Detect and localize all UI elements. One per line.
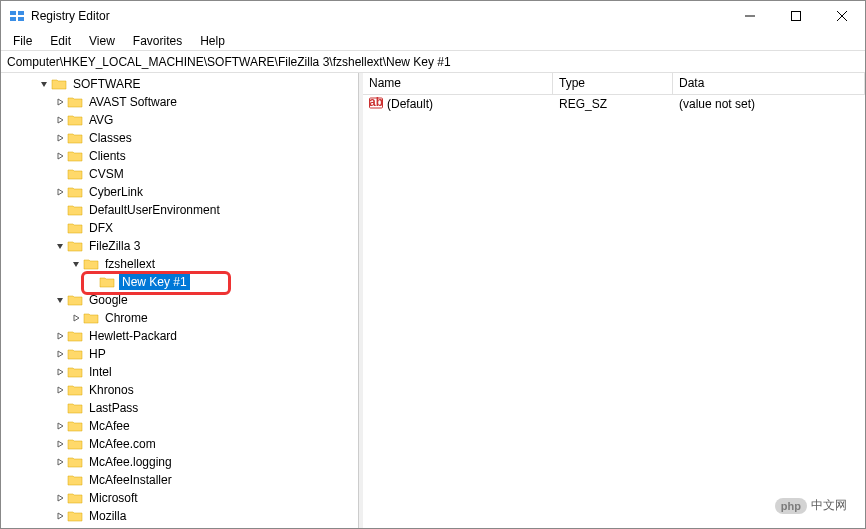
col-header-data[interactable]: Data bbox=[673, 73, 865, 94]
folder-icon bbox=[67, 149, 83, 163]
expand-arrow-icon[interactable] bbox=[53, 185, 67, 199]
tree-item-label: Google bbox=[87, 293, 130, 307]
tree-item[interactable]: Microsoft bbox=[1, 489, 358, 507]
folder-icon bbox=[67, 167, 83, 181]
expand-arrow-icon[interactable] bbox=[53, 131, 67, 145]
expand-arrow-icon[interactable] bbox=[53, 383, 67, 397]
expand-arrow-icon[interactable] bbox=[37, 77, 51, 91]
value-type-cell: REG_SZ bbox=[553, 96, 673, 112]
close-button[interactable] bbox=[819, 1, 865, 31]
folder-icon bbox=[67, 365, 83, 379]
svg-rect-0 bbox=[10, 11, 16, 15]
maximize-button[interactable] bbox=[773, 1, 819, 31]
expand-arrow-icon[interactable] bbox=[69, 311, 83, 325]
tree-item-label: McAfee bbox=[87, 419, 132, 433]
folder-icon bbox=[67, 437, 83, 451]
col-header-type[interactable]: Type bbox=[553, 73, 673, 94]
folder-icon bbox=[67, 491, 83, 505]
tree-item[interactable]: DFX bbox=[1, 219, 358, 237]
tree-item[interactable]: Clients bbox=[1, 147, 358, 165]
expand-arrow-icon[interactable] bbox=[53, 491, 67, 505]
folder-icon bbox=[67, 347, 83, 361]
folder-icon bbox=[67, 419, 83, 433]
tree-item-filezilla[interactable]: FileZilla 3 bbox=[1, 237, 358, 255]
tree-item-label: FileZilla 3 bbox=[87, 239, 142, 253]
expand-arrow-icon bbox=[53, 167, 67, 181]
menu-edit[interactable]: Edit bbox=[42, 32, 79, 50]
menu-view[interactable]: View bbox=[81, 32, 123, 50]
menu-favorites[interactable]: Favorites bbox=[125, 32, 190, 50]
tree-item[interactable]: Khronos bbox=[1, 381, 358, 399]
tree-item[interactable]: CVSM bbox=[1, 165, 358, 183]
tree-item-label: Microsoft bbox=[87, 491, 140, 505]
folder-icon bbox=[83, 311, 99, 325]
tree-item-software[interactable]: SOFTWARE bbox=[1, 75, 358, 93]
value-name-cell: ab(Default) bbox=[363, 95, 553, 114]
folder-icon bbox=[67, 239, 83, 253]
folder-icon bbox=[67, 473, 83, 487]
tree-item-newkey[interactable]: New Key #1 bbox=[1, 273, 358, 291]
svg-rect-3 bbox=[18, 17, 24, 21]
folder-icon bbox=[67, 383, 83, 397]
expand-arrow-icon[interactable] bbox=[53, 149, 67, 163]
tree-item-label: fzshellext bbox=[103, 257, 157, 271]
value-row[interactable]: ab(Default)REG_SZ(value not set) bbox=[363, 95, 865, 113]
expand-arrow-icon[interactable] bbox=[69, 257, 83, 271]
svg-rect-2 bbox=[10, 17, 16, 21]
tree-pane[interactable]: SOFTWAREAVAST SoftwareAVGClassesClientsC… bbox=[1, 73, 359, 528]
app-icon bbox=[9, 8, 25, 24]
expand-arrow-icon bbox=[53, 221, 67, 235]
expand-arrow-icon[interactable] bbox=[53, 437, 67, 451]
folder-icon bbox=[67, 95, 83, 109]
expand-arrow-icon[interactable] bbox=[53, 419, 67, 433]
address-bar[interactable]: Computer\HKEY_LOCAL_MACHINE\SOFTWARE\Fil… bbox=[1, 51, 865, 73]
tree-item[interactable]: Hewlett-Packard bbox=[1, 327, 358, 345]
tree-item-fzshellext[interactable]: fzshellext bbox=[1, 255, 358, 273]
tree-item[interactable]: McAfee.com bbox=[1, 435, 358, 453]
tree-item-label: DFX bbox=[87, 221, 115, 235]
tree-item[interactable]: AVG bbox=[1, 111, 358, 129]
menu-file[interactable]: File bbox=[5, 32, 40, 50]
address-text: Computer\HKEY_LOCAL_MACHINE\SOFTWARE\Fil… bbox=[7, 55, 451, 69]
expand-arrow-icon[interactable] bbox=[53, 293, 67, 307]
expand-arrow-icon[interactable] bbox=[53, 329, 67, 343]
tree-item-label: New Key #1 bbox=[119, 274, 190, 290]
expand-arrow-icon[interactable] bbox=[53, 113, 67, 127]
menu-help[interactable]: Help bbox=[192, 32, 233, 50]
expand-arrow-icon[interactable] bbox=[53, 455, 67, 469]
tree-item-chrome[interactable]: Chrome bbox=[1, 309, 358, 327]
tree-item[interactable]: HP bbox=[1, 345, 358, 363]
tree-item-label: Mozilla bbox=[87, 509, 128, 523]
tree-item[interactable]: LastPass bbox=[1, 399, 358, 417]
tree-item[interactable]: McAfee.logging bbox=[1, 453, 358, 471]
tree-item[interactable]: CyberLink bbox=[1, 183, 358, 201]
tree-item-label: Intel bbox=[87, 365, 114, 379]
tree-item[interactable]: McAfee bbox=[1, 417, 358, 435]
tree-item[interactable]: Classes bbox=[1, 129, 358, 147]
expand-arrow-icon bbox=[53, 401, 67, 415]
tree-item-label: SOFTWARE bbox=[71, 77, 143, 91]
folder-icon bbox=[67, 401, 83, 415]
tree-item-label: AVAST Software bbox=[87, 95, 179, 109]
svg-rect-5 bbox=[792, 12, 801, 21]
tree-item-label: McAfee.com bbox=[87, 437, 158, 451]
tree-item[interactable]: Intel bbox=[1, 363, 358, 381]
tree-item-label: McAfeeInstaller bbox=[87, 473, 174, 487]
expand-arrow-icon[interactable] bbox=[53, 509, 67, 523]
minimize-button[interactable] bbox=[727, 1, 773, 31]
tree-item[interactable]: Mozilla bbox=[1, 507, 358, 525]
window-title: Registry Editor bbox=[31, 9, 727, 23]
watermark-bubble: php bbox=[775, 498, 807, 514]
col-header-name[interactable]: Name bbox=[363, 73, 553, 94]
tree-item[interactable]: AVAST Software bbox=[1, 93, 358, 111]
tree-item[interactable]: DefaultUserEnvironment bbox=[1, 201, 358, 219]
tree-item[interactable]: McAfeeInstaller bbox=[1, 471, 358, 489]
folder-icon bbox=[67, 203, 83, 217]
expand-arrow-icon[interactable] bbox=[53, 365, 67, 379]
folder-icon bbox=[67, 509, 83, 523]
expand-arrow-icon[interactable] bbox=[53, 239, 67, 253]
expand-arrow-icon[interactable] bbox=[53, 347, 67, 361]
tree-item-google[interactable]: Google bbox=[1, 291, 358, 309]
folder-icon bbox=[67, 329, 83, 343]
expand-arrow-icon[interactable] bbox=[53, 95, 67, 109]
